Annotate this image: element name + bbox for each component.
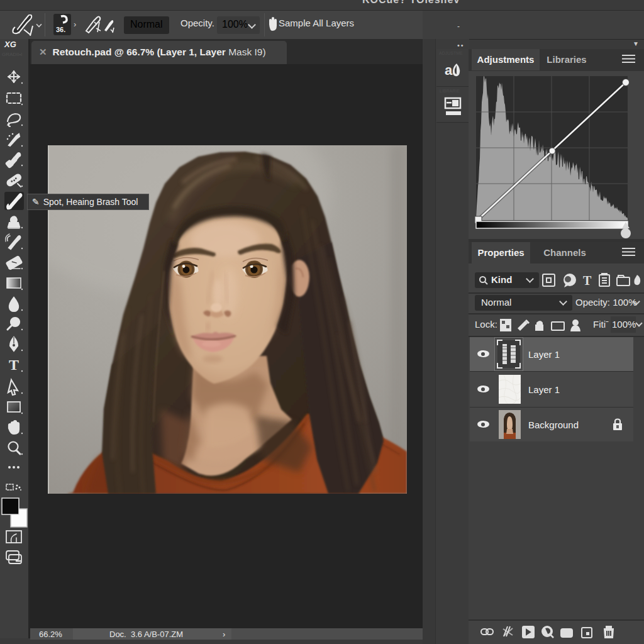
svg-text:T: T [9, 357, 19, 373]
svg-text:a: a [445, 62, 453, 78]
svg-text:T: T [583, 274, 592, 287]
svg-text:36.: 36. [56, 26, 65, 33]
